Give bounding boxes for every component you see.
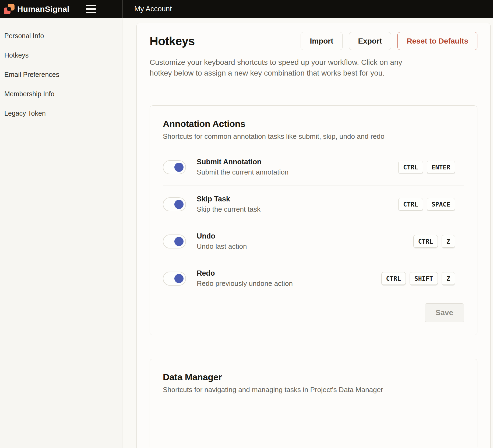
data-manager-section: Data Manager Shortcuts for navigating an… <box>150 359 477 447</box>
keycap-enter[interactable]: ENTER <box>427 161 455 173</box>
keycap-ctrl[interactable]: CTRL <box>398 198 423 211</box>
keycap-space[interactable]: SPACE <box>427 198 455 211</box>
data-manager-subtitle: Shortcuts for navigating and managing ta… <box>163 386 464 394</box>
page-title: My Account <box>134 5 172 13</box>
header-right: My Account <box>122 0 493 18</box>
sidebar-item-hotkeys[interactable]: Hotkeys <box>0 45 122 65</box>
keycap-ctrl[interactable]: CTRL <box>398 161 423 173</box>
sidebar-item-membership-info[interactable]: Membership Info <box>0 84 122 104</box>
sidebar-item-legacy-token[interactable]: Legacy Token <box>0 104 122 123</box>
annotation-actions-section: Annotation Actions Shortcuts for common … <box>150 105 477 335</box>
keycap-z[interactable]: Z <box>442 235 455 248</box>
reset-to-defaults-button[interactable]: Reset to Defaults <box>397 32 477 50</box>
hotkey-combo: CTRL Z <box>413 235 455 248</box>
redo-toggle[interactable] <box>163 272 186 286</box>
hotkey-row-subtitle: Submit the current annotation <box>197 168 288 176</box>
skip-task-toggle[interactable] <box>163 197 186 211</box>
hotkey-row-title: Redo <box>197 269 293 278</box>
save-row: Save <box>163 303 464 322</box>
keycap-ctrl[interactable]: CTRL <box>381 272 406 285</box>
menu-hamburger-icon[interactable] <box>86 5 96 13</box>
sidebar-item-personal-info[interactable]: Personal Info <box>0 26 122 45</box>
hotkey-row-subtitle: Redo previously undone action <box>197 279 293 288</box>
hotkey-combo: CTRL ENTER <box>398 161 455 173</box>
hotkey-row-title: Skip Task <box>197 195 260 203</box>
hotkey-row-undo: Undo Undo last action CTRL Z <box>163 223 464 260</box>
keycap-ctrl[interactable]: CTRL <box>413 235 438 248</box>
hotkey-row-title: Submit Annotation <box>197 158 288 166</box>
undo-toggle[interactable] <box>163 234 186 248</box>
save-button[interactable]: Save <box>425 303 464 322</box>
hotkeys-card: Hotkeys Import Export Reset to Defaults … <box>136 23 491 448</box>
brand-logo[interactable]: HumanSignal <box>4 3 69 15</box>
import-button[interactable]: Import <box>301 32 342 50</box>
hotkey-row-submit-annotation: Submit Annotation Submit the current ann… <box>163 149 464 186</box>
sidebar-item-email-preferences[interactable]: Email Preferences <box>0 65 122 84</box>
hotkey-row-title: Undo <box>197 232 247 240</box>
data-manager-title: Data Manager <box>163 372 464 382</box>
hotkeys-heading: Hotkeys <box>150 34 301 48</box>
settings-sidebar: Personal Info Hotkeys Email Preferences … <box>0 18 122 448</box>
header-left: HumanSignal <box>0 0 122 18</box>
keycap-shift[interactable]: SHIFT <box>410 272 438 285</box>
hotkey-row-redo: Redo Redo previously undone action CTRL … <box>163 260 464 297</box>
annotation-actions-subtitle: Shortcuts for common annotation tasks li… <box>163 132 464 141</box>
hotkeys-description: Customize your keyboard shortcuts to spe… <box>150 57 425 79</box>
hotkey-row-subtitle: Undo last action <box>197 242 247 251</box>
keycap-z[interactable]: Z <box>442 272 455 285</box>
main-content: Hotkeys Import Export Reset to Defaults … <box>122 18 493 448</box>
annotation-actions-title: Annotation Actions <box>163 119 464 129</box>
brand-name: HumanSignal <box>17 5 69 14</box>
hotkey-row-skip-task: Skip Task Skip the current task CTRL SPA… <box>163 186 464 223</box>
submit-annotation-toggle[interactable] <box>163 160 186 174</box>
top-header: HumanSignal My Account <box>0 0 493 18</box>
hotkey-rows: Submit Annotation Submit the current ann… <box>163 149 464 297</box>
humansignal-logo-icon <box>4 3 15 15</box>
hotkey-combo: CTRL SHIFT Z <box>381 272 455 285</box>
hotkeys-toolbar: Import Export Reset to Defaults <box>301 32 477 50</box>
hotkey-combo: CTRL SPACE <box>398 198 455 211</box>
hotkeys-header-row: Hotkeys Import Export Reset to Defaults <box>150 32 477 50</box>
hotkey-row-subtitle: Skip the current task <box>197 205 260 214</box>
export-button[interactable]: Export <box>349 32 391 50</box>
